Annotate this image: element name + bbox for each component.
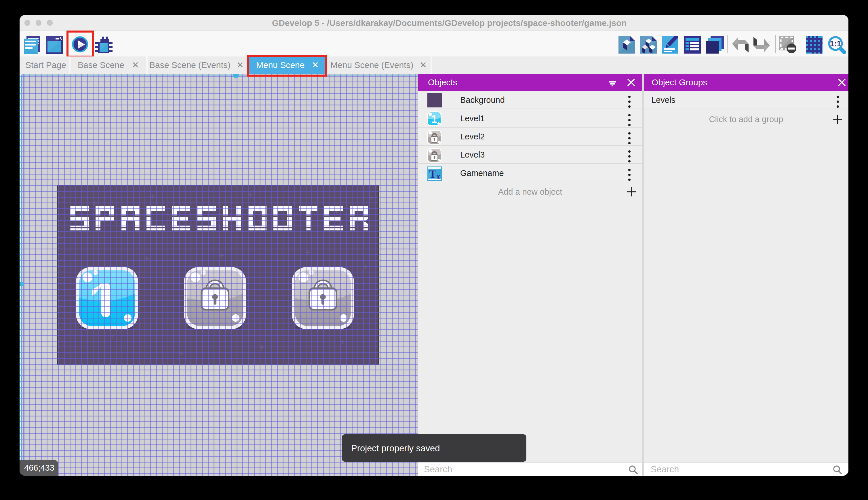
svg-text:1:1: 1:1 bbox=[830, 39, 841, 48]
svg-text:1: 1 bbox=[431, 113, 437, 125]
svg-text:T: T bbox=[429, 168, 437, 181]
svg-text:x: x bbox=[437, 172, 440, 180]
